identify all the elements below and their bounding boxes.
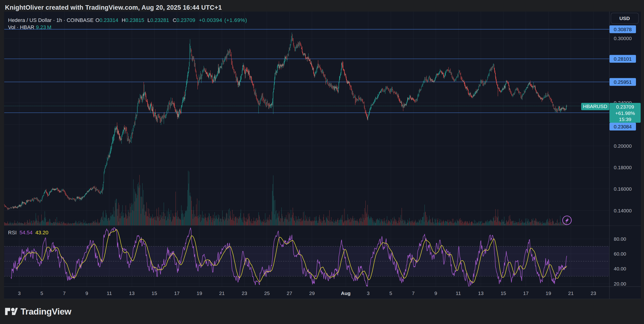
svg-text:HBARUSD: HBARUSD (583, 104, 608, 109)
svg-text:5: 5 (389, 291, 392, 296)
svg-text:RSI54.5443.20: RSI54.5443.20 (8, 230, 48, 236)
svg-text:5: 5 (40, 291, 43, 296)
svg-text:19: 19 (546, 291, 551, 296)
svg-text:21: 21 (219, 291, 225, 296)
svg-text:20.00: 20.00 (614, 281, 626, 287)
svg-text:USD: USD (620, 15, 630, 21)
svg-text:0.16000: 0.16000 (614, 186, 632, 192)
svg-text:7: 7 (63, 291, 66, 296)
svg-text:0.23709: 0.23709 (616, 104, 634, 109)
svg-text:+61.98%: +61.98% (615, 110, 635, 116)
svg-text:13: 13 (478, 291, 484, 296)
svg-text:40.00: 40.00 (614, 266, 626, 271)
svg-text:Hedera / US Dollar · 1h · COIN: Hedera / US Dollar · 1h · COINBASEO0.233… (8, 17, 247, 23)
svg-text:0.30878: 0.30878 (614, 27, 632, 32)
svg-text:TradingView: TradingView (20, 307, 72, 317)
svg-text:25: 25 (264, 291, 270, 296)
svg-text:Aug: Aug (341, 291, 350, 296)
svg-text:0.30000: 0.30000 (614, 36, 632, 41)
svg-text:80.00: 80.00 (614, 236, 626, 242)
svg-text:7: 7 (412, 291, 415, 296)
svg-text:11: 11 (456, 291, 461, 296)
svg-text:KnightOliver created with Trad: KnightOliver created with TradingView.co… (5, 4, 222, 11)
svg-text:Vol · HBAR9.23 M: Vol · HBAR9.23 M (8, 24, 52, 30)
svg-text:11: 11 (107, 291, 112, 296)
svg-text:0.20000: 0.20000 (614, 143, 632, 149)
svg-text:13: 13 (129, 291, 134, 296)
svg-text:15:39: 15:39 (619, 117, 632, 122)
svg-text:21: 21 (568, 291, 574, 296)
svg-text:0.18000: 0.18000 (614, 165, 632, 170)
svg-text:27: 27 (287, 291, 292, 296)
svg-text:29: 29 (309, 291, 315, 296)
svg-text:3: 3 (18, 291, 21, 296)
svg-text:0.14000: 0.14000 (614, 208, 632, 213)
svg-text:0.23084: 0.23084 (614, 124, 632, 129)
svg-text:0.28101: 0.28101 (614, 56, 632, 62)
svg-text:0.25951: 0.25951 (614, 79, 632, 85)
svg-text:23: 23 (242, 291, 247, 296)
svg-text:15: 15 (500, 291, 506, 296)
svg-text:17: 17 (523, 291, 528, 296)
svg-text:19: 19 (196, 291, 202, 296)
svg-text:23: 23 (590, 291, 596, 296)
svg-text:9: 9 (434, 291, 437, 296)
svg-text:9: 9 (86, 291, 88, 296)
svg-text:60.00: 60.00 (614, 251, 626, 257)
svg-text:17: 17 (174, 291, 180, 296)
svg-text:15: 15 (152, 291, 157, 296)
svg-text:3: 3 (367, 291, 370, 296)
